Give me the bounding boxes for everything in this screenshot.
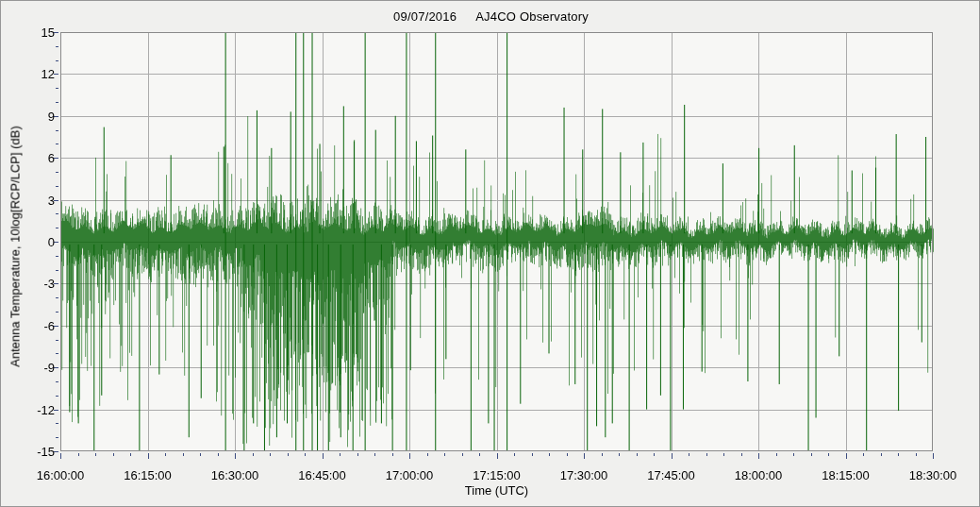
y-tick-label: 0: [1, 235, 55, 249]
y-tick-label: 15: [1, 25, 55, 40]
y-tick-label: 9: [1, 110, 55, 124]
signal-plot-canvas: [1, 1, 980, 507]
x-tick-label: 18:15:00: [806, 468, 886, 482]
x-axis-title: Time (UTC): [60, 483, 933, 498]
y-tick-label: 6: [1, 151, 55, 165]
strip-chart-window: 09/07/2016AJ4CO Observatory Antenna Temp…: [0, 0, 980, 507]
x-tick-label: 16:15:00: [108, 468, 188, 482]
y-tick-label: -12: [1, 403, 55, 417]
chart-title: 09/07/2016AJ4CO Observatory: [1, 9, 980, 24]
chart-date: 09/07/2016: [393, 9, 457, 24]
y-tick-label: -9: [1, 361, 55, 375]
x-tick-label: 16:45:00: [283, 468, 362, 482]
y-tick-label: -15: [1, 445, 55, 459]
x-tick-label: 17:45:00: [632, 468, 711, 482]
y-tick-label: -6: [1, 319, 55, 333]
x-tick-label: 18:00:00: [719, 468, 798, 482]
y-tick-label: -3: [1, 277, 55, 291]
y-tick-label: 3: [1, 194, 55, 208]
x-tick-label: 16:00:00: [21, 468, 100, 482]
x-tick-label: 17:15:00: [457, 468, 537, 482]
x-tick-label: 18:30:00: [893, 468, 972, 482]
y-tick-label: 12: [1, 67, 55, 81]
observatory-name: AJ4CO Observatory: [475, 9, 589, 24]
x-tick-label: 17:30:00: [544, 468, 623, 482]
x-tick-label: 16:30:00: [195, 468, 274, 482]
x-tick-label: 17:00:00: [370, 468, 449, 482]
